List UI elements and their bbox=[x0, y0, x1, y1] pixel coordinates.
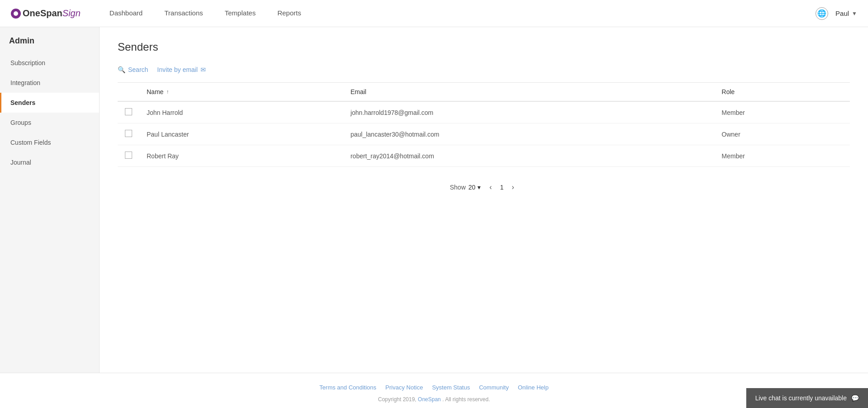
footer-link-online-help[interactable]: Online Help bbox=[518, 384, 548, 391]
row-checkbox[interactable] bbox=[125, 108, 132, 115]
row-email: robert_ray2014@hotmail.com bbox=[343, 145, 714, 167]
logo-text: OneSpanSign bbox=[23, 8, 81, 19]
sidebar-item-integration[interactable]: Integration bbox=[0, 73, 99, 93]
sidebar-item-custom-fields[interactable]: Custom Fields bbox=[0, 133, 99, 152]
copyright-brand[interactable]: OneSpan bbox=[418, 396, 441, 403]
column-header-name[interactable]: Name ↑ bbox=[139, 83, 343, 102]
column-header-role: Role bbox=[715, 83, 850, 102]
chevron-down-icon: ▾ bbox=[477, 184, 481, 191]
row-role: Member bbox=[715, 101, 850, 123]
search-label: Search bbox=[128, 66, 148, 73]
footer-link-community[interactable]: Community bbox=[479, 384, 509, 391]
main-nav: Dashboard Transactions Templates Reports bbox=[99, 0, 816, 27]
footer-copyright: Copyright 2019, OneSpan . All rights res… bbox=[0, 396, 868, 403]
table-row[interactable]: Paul Lancaster paul_lancaster30@hotmail.… bbox=[118, 123, 850, 145]
row-checkbox-cell bbox=[118, 145, 139, 167]
toolbar: 🔍 Search Invite by email ✉ bbox=[118, 64, 850, 75]
prev-page-button[interactable]: ‹ bbox=[486, 181, 496, 193]
search-icon: 🔍 bbox=[118, 66, 125, 73]
show-label: Show bbox=[450, 184, 466, 191]
footer: Terms and Conditions Privacy Notice Syst… bbox=[0, 373, 868, 408]
current-page: 1 bbox=[500, 184, 504, 191]
row-name: Robert Ray bbox=[139, 145, 343, 167]
column-header-email: Email bbox=[343, 83, 714, 102]
sidebar-item-journal[interactable]: Journal bbox=[0, 152, 99, 172]
page-title: Senders bbox=[118, 41, 850, 53]
table-header-row: Name ↑ Email Role bbox=[118, 83, 850, 102]
logo[interactable]: OneSpanSign bbox=[11, 8, 81, 19]
nav-item-transactions[interactable]: Transactions bbox=[153, 0, 214, 27]
senders-table-wrap: Name ↑ Email Role John Harrold john.harr… bbox=[118, 82, 850, 167]
row-role: Member bbox=[715, 145, 850, 167]
sidebar-item-senders[interactable]: Senders bbox=[0, 93, 99, 113]
nav-item-templates[interactable]: Templates bbox=[214, 0, 267, 27]
senders-table: Name ↑ Email Role John Harrold john.harr… bbox=[118, 82, 850, 167]
header-right: 🌐 Paul ▼ bbox=[816, 7, 857, 20]
sort-arrow-icon: ↑ bbox=[166, 89, 169, 95]
email-icon: ✉ bbox=[200, 66, 206, 73]
footer-link-system-status[interactable]: System Status bbox=[432, 384, 470, 391]
row-checkbox[interactable] bbox=[125, 130, 132, 137]
chevron-down-icon: ▼ bbox=[852, 10, 857, 17]
nav-item-reports[interactable]: Reports bbox=[267, 0, 312, 27]
sidebar-item-subscription[interactable]: Subscription bbox=[0, 53, 99, 73]
logo-circle bbox=[11, 9, 21, 19]
globe-icon[interactable]: 🌐 bbox=[816, 7, 828, 20]
table-row[interactable]: John Harrold john.harrold1978@gmail.com … bbox=[118, 101, 850, 123]
show-value: 20 bbox=[468, 184, 476, 191]
show-select: Show 20 ▾ bbox=[450, 184, 481, 191]
pagination: Show 20 ▾ ‹ 1 › bbox=[118, 181, 850, 193]
user-name: Paul bbox=[835, 9, 849, 17]
copyright-text: Copyright 2019, bbox=[378, 396, 416, 403]
live-chat-label: Live chat is currently unavailable bbox=[755, 394, 847, 402]
main-content: Senders 🔍 Search Invite by email ✉ bbox=[100, 27, 868, 373]
row-email: john.harrold1978@gmail.com bbox=[343, 101, 714, 123]
row-name: Paul Lancaster bbox=[139, 123, 343, 145]
row-checkbox[interactable] bbox=[125, 152, 132, 159]
next-page-button[interactable]: › bbox=[508, 181, 518, 193]
sidebar: Admin Subscription Integration Senders G… bbox=[0, 27, 100, 373]
header: OneSpanSign Dashboard Transactions Templ… bbox=[0, 0, 868, 27]
invite-label: Invite by email bbox=[157, 66, 197, 73]
row-email: paul_lancaster30@hotmail.com bbox=[343, 123, 714, 145]
footer-link-terms[interactable]: Terms and Conditions bbox=[320, 384, 377, 391]
show-dropdown[interactable]: 20 ▾ bbox=[468, 184, 481, 191]
sidebar-title: Admin bbox=[0, 36, 99, 53]
row-checkbox-cell bbox=[118, 101, 139, 123]
row-name: John Harrold bbox=[139, 101, 343, 123]
row-checkbox-cell bbox=[118, 123, 139, 145]
nav-item-dashboard[interactable]: Dashboard bbox=[99, 0, 153, 27]
layout: Admin Subscription Integration Senders G… bbox=[0, 27, 868, 373]
footer-links: Terms and Conditions Privacy Notice Syst… bbox=[0, 384, 868, 391]
chat-icon: 💬 bbox=[851, 394, 859, 402]
live-chat-banner[interactable]: Live chat is currently unavailable 💬 bbox=[746, 388, 868, 408]
footer-link-privacy[interactable]: Privacy Notice bbox=[386, 384, 423, 391]
page-nav: ‹ 1 › bbox=[486, 181, 518, 193]
sidebar-item-groups[interactable]: Groups bbox=[0, 113, 99, 133]
row-role: Owner bbox=[715, 123, 850, 145]
search-button[interactable]: 🔍 Search bbox=[118, 64, 148, 75]
invite-by-email-button[interactable]: Invite by email ✉ bbox=[157, 64, 205, 75]
user-menu[interactable]: Paul ▼ bbox=[835, 9, 857, 17]
select-all-header bbox=[118, 83, 139, 102]
table-row[interactable]: Robert Ray robert_ray2014@hotmail.com Me… bbox=[118, 145, 850, 167]
copyright-suffix: . All rights reserved. bbox=[442, 396, 490, 403]
